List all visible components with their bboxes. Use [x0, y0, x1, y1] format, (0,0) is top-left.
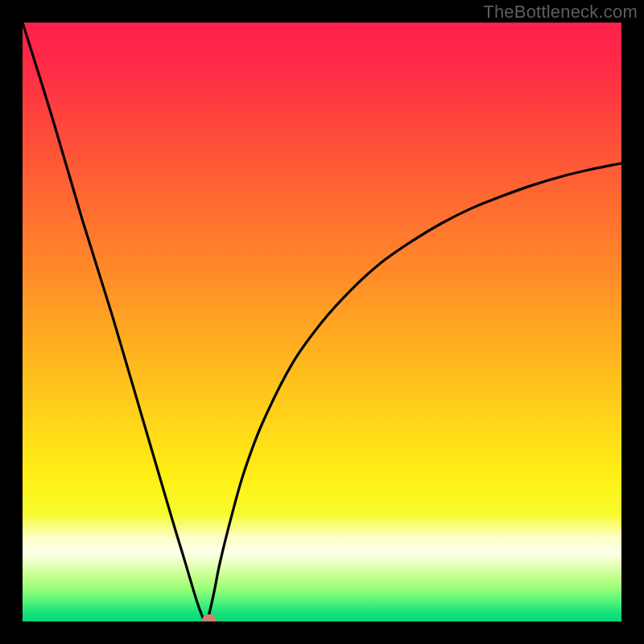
optimal-point-marker: [202, 614, 217, 621]
plot-area: [23, 23, 621, 621]
bottleneck-curve: [23, 23, 621, 621]
chart-frame: TheBottleneck.com: [0, 0, 644, 644]
watermark-text: TheBottleneck.com: [483, 2, 638, 23]
